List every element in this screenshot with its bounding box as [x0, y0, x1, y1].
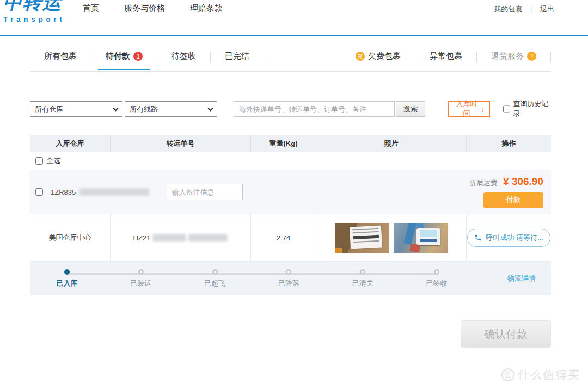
- watermark-text: 什么值得买: [518, 367, 580, 382]
- watermark: 值 什么值得买: [501, 367, 580, 382]
- photo-cell: [316, 214, 467, 261]
- logout-link[interactable]: 退出: [540, 4, 554, 14]
- order-price-cell: 折后运费 ¥ 306.90 付款: [467, 170, 551, 214]
- col-header-weight: 重量(Kg): [251, 135, 316, 152]
- tab-pending-payment[interactable]: 待付款 1: [91, 49, 157, 70]
- tab-arrears-packages[interactable]: 充 欠费包裹: [341, 49, 415, 70]
- tab-abnormal-packages[interactable]: 异常包裹: [415, 49, 476, 70]
- tab-return-service[interactable]: 退货服务 ?: [477, 49, 550, 70]
- step-inbound: 已入库: [30, 269, 104, 288]
- select-all-label: 全选: [46, 156, 60, 166]
- tabs-right-group: 充 欠费包裹 异常包裹 退货服务 ?: [341, 49, 551, 70]
- search-input[interactable]: [234, 101, 395, 117]
- package-tabs: 所有包裹 待付款 1 待签收 已完结 充 欠费包裹 异常包裹 退货服: [30, 49, 551, 72]
- logistics-progress-row: 已入库 已装运 已起飞 已降落 已清关: [30, 262, 551, 295]
- logo[interactable]: 中转运 Transport: [3, 0, 85, 23]
- search-box: 搜索: [234, 101, 425, 117]
- freight-price: ¥ 306.90: [503, 176, 543, 188]
- step-dot: [434, 269, 439, 275]
- order-left: 1ZR835-: [30, 170, 316, 214]
- order-empty-cell: [316, 170, 382, 214]
- col-header-warehouse: 入库仓库: [30, 135, 111, 152]
- history-checkbox-label[interactable]: 查询历史记录: [503, 99, 551, 119]
- package-photo-scale[interactable]: [394, 223, 448, 253]
- redacted-blur: [79, 188, 149, 196]
- nav-item-services[interactable]: 服务与价格: [124, 3, 165, 14]
- table-header: 入库仓库 转运单号 重量(Kg) 照片 操作: [30, 135, 551, 152]
- route-select-wrap: 所有线路: [125, 101, 217, 117]
- step-departed: 已起飞: [178, 269, 252, 288]
- tabs-underline: [30, 71, 551, 72]
- step-landed: 已降落: [252, 269, 326, 288]
- divider: ｜: [528, 4, 535, 14]
- my-packages-link[interactable]: 我的包裹: [494, 4, 522, 14]
- transfer-no-cell: HZ21: [111, 214, 251, 261]
- col-header-transfer-no: 转运单号: [111, 135, 251, 152]
- logo-cn-text: 中转运: [3, 0, 85, 15]
- order-row: 1ZR835- 折后运费 ¥ 306.90 付款: [30, 170, 551, 214]
- smzdm-logo-icon: 值: [501, 368, 514, 381]
- history-checkbox[interactable]: [503, 105, 510, 113]
- top-bar: 中转运 Transport 首页 服务与价格 理赔条款 我的包裹 ｜ 退出: [0, 0, 588, 35]
- tracking-number: 1ZR835-: [51, 188, 149, 196]
- step-dot: [138, 269, 144, 275]
- step-dot: [360, 269, 365, 275]
- logistics-detail-link[interactable]: 物流详情: [507, 274, 536, 283]
- col-header-photo: 照片: [316, 135, 467, 152]
- tab-pending-receipt[interactable]: 待签收: [157, 49, 210, 70]
- tab-separator: [550, 52, 551, 62]
- sort-by-inbound-time-button[interactable]: 入库时间 ↓: [448, 101, 490, 117]
- redacted-blur: [188, 234, 228, 242]
- step-dot: [212, 269, 218, 275]
- help-icon: ?: [527, 52, 536, 61]
- warehouse-select[interactable]: 所有仓库: [30, 101, 122, 117]
- progress-steps: 已入库 已装运 已起飞 已降落 已清关: [30, 269, 474, 288]
- pending-count-badge: 1: [133, 52, 143, 61]
- warehouse-cell: 美国仓库中心: [30, 214, 111, 261]
- top-nav: 首页 服务与价格 理赔条款: [83, 3, 223, 14]
- step-shipped: 已装运: [104, 269, 178, 288]
- recharge-icon: 充: [356, 52, 365, 61]
- order-empty-cell: [382, 170, 467, 214]
- tab-separator: [264, 52, 264, 62]
- logo-en-text: Transport: [3, 15, 85, 23]
- search-button[interactable]: 搜索: [396, 101, 425, 117]
- header-divider-line: [0, 35, 588, 36]
- package-photo-box[interactable]: [335, 223, 389, 253]
- tab-completed[interactable]: 已完结: [211, 49, 264, 70]
- discount-freight-label: 折后运费: [469, 178, 498, 188]
- select-all-row: 全选: [30, 152, 551, 170]
- route-select[interactable]: 所有线路: [125, 101, 217, 117]
- pay-button[interactable]: 付款: [483, 192, 543, 208]
- actions-cell: 呼叫成功 请等待...: [467, 214, 551, 261]
- step-dot: [64, 269, 70, 275]
- step-dot: [286, 269, 291, 275]
- tab-all-packages[interactable]: 所有包裹: [30, 49, 91, 70]
- step-customs-cleared: 已清关: [326, 269, 400, 288]
- phone-icon: [474, 234, 482, 242]
- nav-item-home[interactable]: 首页: [83, 3, 99, 14]
- remark-input[interactable]: [167, 184, 243, 200]
- redacted-blur: [152, 234, 186, 242]
- weight-cell: 2.74: [251, 214, 316, 261]
- confirm-area: 确认付款: [30, 320, 551, 348]
- order-checkbox[interactable]: [35, 188, 43, 196]
- arrow-down-icon: ↓: [481, 105, 485, 113]
- package-table: 入库仓库 转运单号 重量(Kg) 照片 操作 全选 1ZR835-: [30, 135, 551, 295]
- step-signed: 已签收: [400, 269, 474, 288]
- select-all-checkbox[interactable]: [35, 157, 43, 165]
- col-header-actions: 操作: [467, 135, 551, 152]
- confirm-payment-button[interactable]: 确认付款: [461, 320, 551, 348]
- package-row: 美国仓库中心 HZ21 2.74: [30, 214, 551, 262]
- nav-item-claims[interactable]: 理赔条款: [190, 3, 223, 14]
- filter-bar: 所有仓库 所有线路 搜索 入库时间 ↓ 查询历史记录: [30, 99, 551, 119]
- top-right-links: 我的包裹 ｜ 退出: [494, 4, 554, 14]
- call-status-button[interactable]: 呼叫成功 请等待...: [467, 229, 550, 247]
- warehouse-select-wrap: 所有仓库: [30, 101, 122, 117]
